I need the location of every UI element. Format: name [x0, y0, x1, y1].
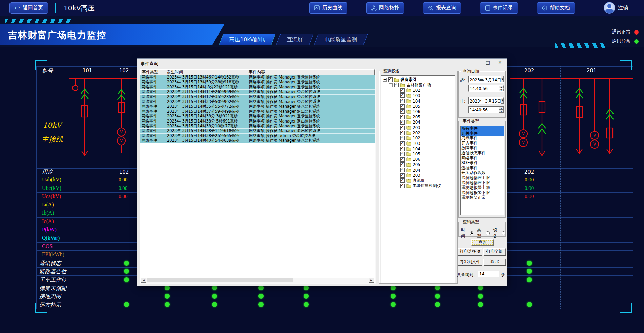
spin-up-icon[interactable]: ▲ — [499, 85, 504, 88]
tree-item[interactable]: 103 — [381, 93, 455, 98]
tree-checkbox[interactable] — [400, 109, 405, 114]
event-type-item[interactable]: 通信状态事件 — [461, 151, 504, 156]
event-type-item[interactable]: 所有事件 — [461, 126, 504, 131]
tree-item[interactable]: −吉林财富广场 — [381, 83, 455, 88]
tree-checkbox[interactable] — [400, 120, 405, 125]
from-time-spinner[interactable]: 14:40:56 ▲▼ — [468, 85, 504, 92]
table-row[interactable]: 网络事件2023年 3月15日14时40分54秒639毫秒网络事项 操作员 Ma… — [140, 138, 375, 143]
tab-1[interactable]: 高压10kV配电 — [219, 34, 275, 45]
query-type-option[interactable]: 设备 — [493, 227, 505, 239]
column-header[interactable]: 事件内容 — [247, 69, 375, 75]
tab-3[interactable]: 电能质量监测 — [314, 34, 368, 45]
tree-item[interactable]: 电能质量检测仪 — [381, 183, 455, 189]
nav-button-curve[interactable]: 历史曲线 — [309, 2, 347, 14]
scroll-left-icon[interactable]: ◄ — [141, 278, 146, 283]
event-type-item[interactable]: 遥测越物理下限 — [461, 180, 504, 185]
tree-item[interactable]: 203 — [381, 125, 455, 130]
table-row[interactable]: 网络事件2023年 3月15日14时33分50秒902毫秒网络事项 操作员 Ma… — [140, 99, 375, 104]
column-header[interactable]: 发生时间 — [165, 69, 247, 75]
tree-checkbox[interactable] — [388, 77, 393, 82]
event-type-item[interactable]: 遥控事件 — [461, 165, 504, 171]
tree-checkbox[interactable] — [400, 99, 405, 103]
back-home-button[interactable]: ↩ 返回首页 — [9, 2, 48, 14]
event-type-item[interactable]: 遥测越报警上限 — [461, 185, 504, 190]
spin-down-icon[interactable]: ▼ — [499, 88, 504, 91]
tree-checkbox[interactable] — [400, 157, 405, 162]
radio-icon[interactable] — [502, 231, 505, 235]
tree-item[interactable]: 直流屏 — [381, 178, 455, 183]
tree-item[interactable]: 105 — [381, 104, 455, 109]
tree-checkbox[interactable] — [400, 131, 405, 135]
table-row[interactable]: 网络事件2023年 3月15日14时38分 5秒691毫秒网络事项 操作员 Ma… — [140, 119, 375, 124]
close-button[interactable]: ✕ — [497, 60, 503, 65]
tree-item[interactable]: 102 — [381, 136, 455, 141]
table-row[interactable]: 网络事件2023年 3月15日14时38分10秒 77毫秒网络事项 操作员 Ma… — [140, 124, 375, 129]
table-row[interactable]: 网络事件2023年 3月15日14时37分59秒499毫秒网络事项 操作员 Ma… — [140, 109, 375, 114]
event-type-item[interactable]: 遥测越报警下限 — [461, 190, 504, 195]
tree-item[interactable]: 106 — [381, 109, 455, 114]
tree-item[interactable]: 104 — [381, 98, 455, 104]
to-date-picker[interactable]: 2023年 3月15日 ▼ — [468, 97, 504, 104]
tree-item[interactable]: −设备索引 — [381, 77, 455, 83]
spin-down-icon[interactable]: ▼ — [499, 110, 504, 113]
tree-checkbox[interactable] — [394, 83, 399, 87]
column-header[interactable]: 事件类型 — [140, 69, 165, 75]
query-button[interactable]: 查询 — [471, 239, 494, 246]
event-type-item[interactable]: 开关动作次数 — [461, 170, 504, 175]
tree-checkbox[interactable] — [400, 147, 405, 151]
radio-icon[interactable] — [486, 231, 490, 235]
tree-checkbox[interactable] — [400, 152, 405, 156]
event-type-item[interactable]: 遥测越物理上限 — [461, 175, 504, 180]
query-type-option[interactable]: 类型 — [477, 227, 489, 239]
print-selected-button[interactable]: 打印选择项 — [458, 248, 482, 255]
tree-item[interactable]: 204 — [381, 168, 455, 173]
tree-checkbox[interactable] — [400, 173, 405, 178]
tree-item[interactable]: 205 — [381, 114, 455, 120]
nav-button-help[interactable]: ?帮助文档 — [537, 2, 575, 14]
tree-item[interactable]: 203 — [381, 173, 455, 178]
nav-button-report-search[interactable]: 报表查询 — [423, 2, 461, 14]
horizontal-scrollbar[interactable]: ◄ ► — [141, 278, 374, 283]
tree-item[interactable]: 205 — [381, 162, 455, 168]
table-row[interactable]: 网络事件2023年 3月15日13时59分28秒918毫秒网络事项 操作员 Ma… — [140, 80, 375, 85]
tree-item[interactable]: 204 — [381, 120, 455, 125]
tree-checkbox[interactable] — [400, 93, 405, 98]
to-time-spinner[interactable]: 14:40:56 ▲▼ — [468, 106, 504, 113]
minimize-button[interactable]: — — [473, 60, 478, 65]
tree-checkbox[interactable] — [400, 141, 405, 146]
maximize-button[interactable]: □ — [485, 60, 491, 65]
table-row[interactable]: 网络事件2023年 3月15日14时38分 3秒921毫秒网络事项 操作员 Ma… — [140, 114, 375, 119]
tree-expander-icon[interactable]: − — [389, 83, 393, 87]
tree-item[interactable]: 106 — [381, 157, 455, 162]
tree-checkbox[interactable] — [400, 168, 405, 172]
nav-button-topology[interactable]: 网络拓扑 — [366, 2, 404, 14]
nav-button-event-log[interactable]: 事件记录 — [480, 2, 518, 14]
event-type-item[interactable]: 遥测恢复正常 — [461, 195, 504, 200]
tree-item[interactable]: 104 — [381, 146, 455, 152]
tree-checkbox[interactable] — [400, 136, 405, 140]
event-type-item[interactable]: 网络事件 — [461, 156, 504, 161]
event-type-item[interactable]: 刀闸事件 — [461, 136, 504, 141]
event-type-item[interactable]: 开入事件 — [461, 141, 504, 146]
tree-item[interactable]: 202 — [381, 130, 455, 136]
export-file-button[interactable]: 导出到文件 — [458, 259, 482, 265]
tree-checkbox[interactable] — [400, 88, 405, 93]
tree-item[interactable]: 103 — [381, 141, 455, 146]
spin-up-icon[interactable]: ▲ — [499, 107, 504, 110]
tree-checkbox[interactable] — [400, 178, 405, 183]
radio-icon[interactable] — [470, 231, 474, 235]
table-row[interactable]: 网络事件2023年 3月15日13时46分14秒162毫秒网络事项 操作员 Ma… — [140, 75, 375, 80]
chevron-down-icon[interactable]: ▼ — [501, 97, 504, 104]
chevron-down-icon[interactable]: ▼ — [501, 76, 504, 82]
tab-2[interactable]: 直流屏 — [276, 34, 313, 45]
event-type-item[interactable]: SOE事件 — [461, 160, 504, 165]
tree-checkbox[interactable] — [400, 115, 405, 119]
table-row[interactable]: 网络事件2023年 3月15日14时11分26秒969毫秒网络事项 操作员 Ma… — [140, 90, 375, 94]
table-row[interactable]: 网络事件2023年 3月15日14时 8分22秒121毫秒网络事项 操作员 Ma… — [140, 85, 375, 90]
event-type-item[interactable]: 开关事件 — [461, 131, 504, 136]
scroll-right-icon[interactable]: ► — [369, 278, 374, 283]
table-row[interactable]: 网络事件2023年 3月15日14时38分11秒618毫秒网络事项 操作员 Ma… — [140, 129, 375, 133]
table-row[interactable]: 网络事件2023年 3月15日14时12分35秒285毫秒网络事项 操作员 Ma… — [140, 95, 375, 99]
exit-button[interactable]: 退 出 — [483, 259, 506, 265]
from-date-picker[interactable]: 2023年 3月14日 ▼ — [468, 76, 504, 83]
